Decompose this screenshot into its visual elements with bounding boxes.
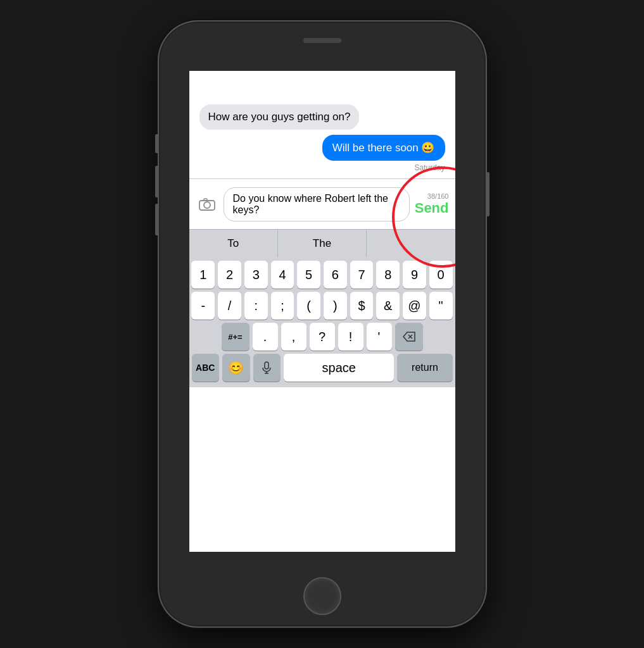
speaker: [303, 38, 341, 43]
backspace-key[interactable]: [395, 323, 423, 351]
key-emoji[interactable]: 😊: [222, 354, 250, 382]
key-dollar[interactable]: $: [350, 292, 374, 320]
autocomplete-item-1[interactable]: To: [189, 230, 278, 257]
key-quote[interactable]: ": [429, 292, 453, 320]
key-semicolon[interactable]: ;: [271, 292, 294, 320]
key-symbols[interactable]: #+=: [222, 323, 249, 351]
volume-down-button: [155, 204, 158, 235]
send-area: 38/160 Send: [415, 192, 449, 216]
key-8[interactable]: 8: [376, 261, 400, 289]
key-4[interactable]: 4: [271, 261, 294, 289]
key-question[interactable]: ?: [310, 323, 335, 351]
key-5[interactable]: 5: [297, 261, 320, 289]
message-input-area: Do you know where Robert left the keys? …: [189, 178, 455, 229]
key-comma[interactable]: ,: [281, 323, 306, 351]
key-space[interactable]: space: [284, 354, 394, 382]
keyboard-row-1: 1 2 3 4 5 6 7 8 9 0: [192, 261, 453, 289]
keyboard-row-2: - / : ; ( ) $ & @ ": [192, 292, 453, 320]
key-microphone[interactable]: [253, 354, 281, 382]
key-open-paren[interactable]: (: [297, 292, 320, 320]
svg-rect-2: [204, 199, 207, 201]
key-period[interactable]: .: [253, 323, 278, 351]
send-button[interactable]: Send: [415, 200, 449, 216]
autocomplete-item-3[interactable]: [367, 230, 455, 257]
keyboard-row-3: #+= . , ? ! ': [192, 323, 453, 351]
message-timestamp: Saturday: [414, 163, 445, 172]
autocomplete-item-2[interactable]: The: [278, 230, 367, 257]
svg-point-1: [204, 202, 210, 208]
key-slash[interactable]: /: [218, 292, 241, 320]
key-3[interactable]: 3: [244, 261, 268, 289]
outgoing-message-wrap: Will be there soon 😀 Saturday: [199, 135, 445, 172]
keyboard: 1 2 3 4 5 6 7 8 9 0 - / : ; ( ) $ &: [189, 257, 455, 387]
key-9[interactable]: 9: [403, 261, 426, 289]
outgoing-message: Will be there soon 😀: [322, 135, 445, 161]
key-return[interactable]: return: [397, 354, 452, 382]
key-apostrophe[interactable]: ': [367, 323, 392, 351]
key-6[interactable]: 6: [324, 261, 347, 289]
keyboard-row-4: ABC 😊 space return: [192, 354, 453, 382]
key-dash[interactable]: -: [191, 292, 215, 320]
key-at[interactable]: @: [403, 292, 426, 320]
key-7[interactable]: 7: [350, 261, 374, 289]
key-ampersand[interactable]: &: [376, 292, 400, 320]
power-button: [487, 172, 489, 216]
volume-up-button: [155, 166, 158, 197]
svg-rect-5: [265, 362, 268, 369]
key-close-paren[interactable]: ): [324, 292, 347, 320]
message-input[interactable]: Do you know where Robert left the keys?: [224, 187, 410, 221]
mute-button: [155, 134, 158, 153]
phone-frame: How are you guys getting on? Will be the…: [158, 20, 487, 628]
camera-button[interactable]: [196, 193, 218, 216]
autocomplete-bar: To The: [189, 229, 455, 257]
key-1[interactable]: 1: [191, 261, 215, 289]
chat-area: How are you guys getting on? Will be the…: [189, 71, 455, 178]
key-abc[interactable]: ABC: [192, 354, 220, 382]
home-button[interactable]: [303, 577, 341, 615]
phone-screen: How are you guys getting on? Will be the…: [189, 71, 455, 552]
key-exclaim[interactable]: !: [338, 323, 363, 351]
key-2[interactable]: 2: [218, 261, 241, 289]
char-count: 38/160: [427, 192, 449, 200]
key-colon[interactable]: :: [244, 292, 268, 320]
key-0[interactable]: 0: [429, 261, 453, 289]
incoming-message: How are you guys getting on?: [199, 104, 360, 130]
